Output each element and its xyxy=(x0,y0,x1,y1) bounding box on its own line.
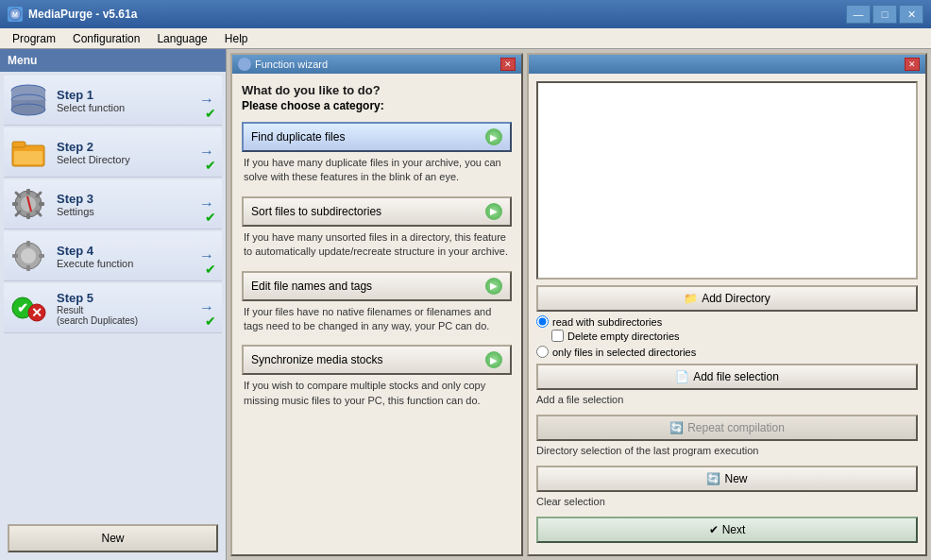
add-directory-label: Add Directory xyxy=(702,292,770,305)
svg-rect-14 xyxy=(12,202,18,206)
category-sort-files-desc: If you have many unsorted files in a dir… xyxy=(242,230,512,260)
checkbox-delete-empty[interactable] xyxy=(551,330,564,342)
directory-list xyxy=(536,81,918,280)
category-sort-files-label: Sort files to subdirectories xyxy=(251,205,381,218)
repeat-icon: 🔄 xyxy=(669,421,684,434)
add-directory-button[interactable]: 📁 Add Directory xyxy=(536,285,918,312)
category-sync-media[interactable]: Synchronize media stocks ▶ xyxy=(242,345,512,375)
directory-panel: ✕ 📁 Add Directory read with subdirectori… xyxy=(527,53,927,556)
svg-line-19 xyxy=(16,212,20,215)
svg-line-18 xyxy=(37,193,41,196)
next-icon: ✔ xyxy=(709,523,719,536)
svg-rect-25 xyxy=(12,254,18,258)
repeat-compilation-button[interactable]: 🔄 Repeat compilation xyxy=(536,415,918,441)
svg-rect-12 xyxy=(26,189,30,195)
category-sync-media-desc: If you wish to compare multiple stocks a… xyxy=(242,379,512,408)
menu-language[interactable]: Language xyxy=(148,29,215,48)
step2-check: ✔ xyxy=(205,158,216,173)
svg-line-17 xyxy=(37,212,41,215)
directory-new-button[interactable]: 🔄 New xyxy=(536,466,918,492)
wizard-close-button[interactable]: ✕ xyxy=(500,58,516,71)
sidebar-header: Menu xyxy=(0,49,226,72)
maximize-button[interactable]: □ xyxy=(872,5,897,24)
menu-help[interactable]: Help xyxy=(216,29,257,48)
directory-close-button[interactable]: ✕ xyxy=(905,58,920,71)
step3-check: ✔ xyxy=(205,210,216,225)
next-label: Next xyxy=(722,523,746,536)
folder-icon: 📁 xyxy=(684,292,698,305)
svg-rect-23 xyxy=(26,241,30,246)
svg-line-16 xyxy=(16,193,20,196)
svg-rect-8 xyxy=(12,142,25,147)
step1-number: Step 1 xyxy=(57,88,199,102)
right-area: Function wizard ✕ What do you like to do… xyxy=(227,49,931,560)
category-sort-files[interactable]: Sort files to subdirectories ▶ xyxy=(242,196,512,227)
radio-only-selected[interactable] xyxy=(536,346,549,358)
directory-content: 📁 Add Directory read with subdirectories… xyxy=(529,74,925,554)
category-edit-filenames-label: Edit file names and tags xyxy=(251,280,372,293)
menu-program[interactable]: Program xyxy=(4,29,64,48)
sidebar-item-step4[interactable]: Step 4 Execute function → ✔ xyxy=(4,231,222,281)
step3-number: Step 3 xyxy=(57,192,199,206)
sidebar-new-button[interactable]: New xyxy=(8,524,218,552)
category-edit-filenames-desc: If your files have no native filenames o… xyxy=(242,305,512,334)
radio-only-selected-row: only files in selected directories xyxy=(536,346,918,358)
step2-name: Select Directory xyxy=(57,154,199,165)
steps-container: Step 1 Select function → ✔ Step 2 S xyxy=(0,72,226,517)
minimize-button[interactable]: — xyxy=(846,5,871,24)
wizard-heading: What do you like to do? xyxy=(242,83,512,97)
step1-icon xyxy=(8,81,49,119)
svg-rect-15 xyxy=(39,202,44,206)
sidebar-item-step2[interactable]: Step 2 Select Directory → ✔ xyxy=(4,127,222,178)
step2-icon xyxy=(8,133,49,171)
window-controls: — □ ✕ xyxy=(846,5,923,24)
step4-check: ✔ xyxy=(205,262,216,277)
sidebar: Menu Step 1 Select function → xyxy=(0,49,227,560)
svg-point-22 xyxy=(21,248,36,263)
category-sort-files-go-icon: ▶ xyxy=(485,203,502,220)
step2-number: Step 2 xyxy=(57,140,199,154)
svg-rect-24 xyxy=(26,265,30,271)
wizard-panel: Function wizard ✕ What do you like to do… xyxy=(230,53,523,556)
step3-name: Settings xyxy=(57,206,199,217)
menu-bar: Program Configuration Language Help xyxy=(0,28,931,49)
add-file-selection-label: Add file selection xyxy=(693,370,779,383)
new-label: Clear selection xyxy=(536,496,918,507)
radio-with-subdirs-label: read with subdirectories xyxy=(552,316,662,328)
category-edit-filenames[interactable]: Edit file names and tags ▶ xyxy=(242,271,512,301)
wizard-title-icon xyxy=(238,58,251,71)
next-button[interactable]: ✔ Next xyxy=(536,517,918,543)
wizard-content: What do you like to do? Please choose a … xyxy=(232,74,521,554)
radio-with-subdirectories[interactable] xyxy=(536,315,549,328)
step5-icon: ✔ ✕ xyxy=(8,289,49,327)
radio-group: read with subdirectories Delete empty di… xyxy=(536,315,918,360)
sidebar-item-step1[interactable]: Step 1 Select function → ✔ xyxy=(4,76,222,126)
directory-new-label: New xyxy=(724,472,747,485)
add-file-selection-button[interactable]: 📄 Add file selection xyxy=(536,364,918,390)
step3-info: Step 3 Settings xyxy=(57,192,199,217)
step5-name: Result (search Duplicates) xyxy=(57,305,199,326)
menu-configuration[interactable]: Configuration xyxy=(64,29,148,48)
repeat-compilation-label: Repeat compilation xyxy=(687,421,785,434)
category-find-duplicates-desc: If you have many duplicate files in your… xyxy=(242,156,512,185)
file-icon: 📄 xyxy=(675,370,689,383)
category-find-duplicates-label: Find duplicate files xyxy=(251,130,345,144)
step1-name: Select function xyxy=(57,102,199,113)
svg-text:✕: ✕ xyxy=(31,305,42,320)
step4-icon xyxy=(8,237,49,275)
sidebar-item-step5[interactable]: ✔ ✕ Step 5 Result (search Duplicates) → … xyxy=(4,283,222,333)
step4-info: Step 4 Execute function xyxy=(57,244,199,269)
svg-text:M: M xyxy=(12,11,18,18)
add-file-label: Add a file selection xyxy=(536,394,918,405)
radio-only-selected-label: only files in selected directories xyxy=(552,347,696,358)
directory-titlebar: ✕ xyxy=(529,55,925,74)
sidebar-item-step3[interactable]: Step 3 Settings → ✔ xyxy=(4,179,222,229)
main-content: Menu Step 1 Select function → xyxy=(0,49,931,560)
checkbox-delete-empty-label: Delete empty directories xyxy=(567,331,680,342)
title-bar: M MediaPurge - v5.61a — □ ✕ xyxy=(0,0,931,28)
close-button[interactable]: ✕ xyxy=(899,5,923,24)
svg-point-6 xyxy=(11,104,45,115)
category-find-duplicates[interactable]: Find duplicate files ▶ xyxy=(242,122,512,152)
step5-info: Step 5 Result (search Duplicates) xyxy=(57,291,199,326)
wizard-titlebar: Function wizard ✕ xyxy=(232,55,521,74)
